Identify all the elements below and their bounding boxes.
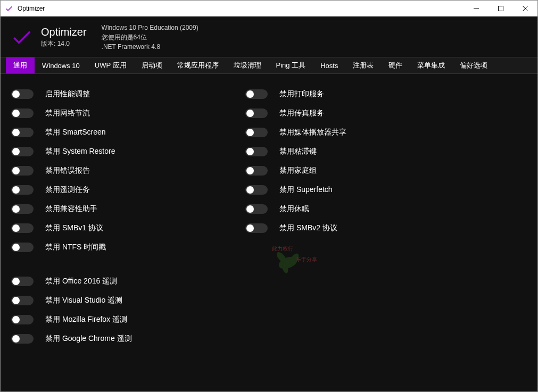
- titlebar: Optimizer: [1, 1, 537, 16]
- toggle-knob: [12, 205, 20, 213]
- toggle-knob: [246, 148, 254, 155]
- toggle-row-media-sharing: 禁用媒体播放器共享: [245, 123, 479, 142]
- toggle-row-homegroup: 禁用家庭组: [245, 161, 479, 180]
- app-header: Optimizer 版本: 14.0 Windows 10 Pro Educat…: [1, 16, 537, 57]
- toggle-label-smbv2: 禁用 SMBv2 协议: [279, 223, 337, 233]
- toggle-row-smbv1: 禁用 SMBv1 协议: [11, 219, 245, 238]
- toggle-system-restore[interactable]: [11, 147, 34, 156]
- toggle-print-service[interactable]: [245, 89, 268, 99]
- toggle-knob: [246, 167, 254, 174]
- tab-registry[interactable]: 注册表: [345, 57, 381, 73]
- toggle-firefox-telemetry[interactable]: [11, 315, 34, 324]
- toggle-label-network-throttle: 禁用网络节流: [45, 109, 90, 118]
- toggle-error-report[interactable]: [11, 166, 34, 176]
- maximize-button[interactable]: [489, 1, 513, 16]
- toggle-row-chrome-telemetry: 禁用 Google Chrome 遥测: [11, 329, 245, 348]
- toggle-knob: [12, 244, 20, 251]
- toggle-row-office-telemetry: 禁用 Office 2016 遥测: [11, 272, 245, 291]
- system-info: Windows 10 Pro Education (2009) 您使用的是64位…: [102, 23, 198, 52]
- toggle-label-vs-telemetry: 禁用 Visual Studio 遥测: [45, 296, 122, 305]
- app-window: Optimizer Optimizer 版本: 14.0 Windows 10 …: [0, 0, 538, 392]
- toggle-network-throttle[interactable]: [11, 109, 34, 118]
- toggle-label-office-telemetry: 禁用 Office 2016 遥测: [45, 277, 117, 286]
- toggle-label-sticky-keys: 禁用粘滞键: [279, 147, 317, 156]
- toggle-homegroup[interactable]: [245, 166, 268, 176]
- toggle-row-fax-service: 禁用传真服务: [245, 104, 479, 123]
- toggle-compat-assist[interactable]: [11, 204, 34, 214]
- toggle-perf-tweaks[interactable]: [11, 89, 34, 99]
- toggle-knob: [12, 167, 20, 174]
- titlebar-title: Optimizer: [18, 5, 464, 12]
- toggle-media-sharing[interactable]: [245, 128, 268, 137]
- header-title-block: Optimizer 版本: 14.0: [41, 26, 87, 48]
- toggle-knob: [12, 110, 20, 117]
- tab-uwp[interactable]: UWP 应用: [87, 57, 134, 73]
- toggle-row-hibernate: 禁用休眠: [245, 199, 479, 219]
- content-area: 启用性能调整禁用网络节流禁用 SmartScreen禁用 System Rest…: [1, 74, 537, 391]
- toggle-row-sticky-keys: 禁用粘滞键: [245, 142, 479, 161]
- toggle-row-superfetch: 禁用 Superfetch: [245, 180, 479, 199]
- tab-hardware[interactable]: 硬件: [381, 57, 410, 73]
- toggle-ntfs-timestamp[interactable]: [11, 243, 34, 252]
- toggle-row-smbv2: 禁用 SMBv2 协议: [245, 219, 479, 238]
- toggle-label-firefox-telemetry: 禁用 Mozilla Firefox 遥测: [45, 315, 127, 324]
- toggle-office-telemetry[interactable]: [11, 277, 34, 286]
- tab-hosts[interactable]: Hosts: [313, 57, 345, 73]
- tab-general[interactable]: 通用: [6, 57, 35, 73]
- toggle-knob: [246, 110, 254, 117]
- toggle-smartscreen[interactable]: [11, 128, 34, 137]
- tab-prefs[interactable]: 偏好选项: [452, 57, 495, 73]
- toggle-superfetch[interactable]: [245, 185, 268, 195]
- toggle-row-network-throttle: 禁用网络节流: [11, 104, 245, 123]
- window-controls: [464, 1, 537, 16]
- toggle-sticky-keys[interactable]: [245, 147, 268, 156]
- toggle-label-superfetch: 禁用 Superfetch: [279, 185, 333, 195]
- toggle-row-perf-tweaks: 启用性能调整: [11, 85, 245, 104]
- close-button[interactable]: [513, 1, 537, 16]
- toggle-label-homegroup: 禁用家庭组: [279, 166, 317, 176]
- tab-startup[interactable]: 启动项: [134, 57, 170, 73]
- toggle-label-error-report: 禁用错误报告: [45, 166, 90, 176]
- toggle-telemetry-tasks[interactable]: [11, 185, 34, 195]
- os-info: Windows 10 Pro Education (2009): [102, 23, 198, 32]
- toggle-row-compat-assist: 禁用兼容性助手: [11, 199, 245, 219]
- toggle-fax-service[interactable]: [245, 109, 268, 118]
- dotnet-info: .NET Framework 4.8: [102, 42, 198, 52]
- tab-cleanup[interactable]: 垃圾清理: [226, 57, 269, 73]
- svg-rect-0: [499, 6, 503, 11]
- spacer: [11, 257, 245, 272]
- toggle-knob: [12, 335, 20, 343]
- toggle-label-system-restore: 禁用 System Restore: [45, 147, 115, 156]
- toggle-column-right: 禁用打印服务禁用传真服务禁用媒体播放器共享禁用粘滞键禁用家庭组禁用 Superf…: [245, 85, 479, 381]
- toggle-knob: [12, 297, 20, 304]
- minimize-button[interactable]: [464, 1, 489, 16]
- toggle-label-fax-service: 禁用传真服务: [279, 109, 324, 118]
- toggle-vs-telemetry[interactable]: [11, 296, 34, 305]
- toggle-knob: [246, 129, 254, 136]
- toggle-knob: [246, 186, 254, 194]
- toggle-row-smartscreen: 禁用 SmartScreen: [11, 123, 245, 142]
- toggle-smbv1[interactable]: [11, 223, 34, 233]
- toggle-label-smartscreen: 禁用 SmartScreen: [45, 128, 106, 137]
- toggle-hibernate[interactable]: [245, 204, 268, 214]
- toggle-label-media-sharing: 禁用媒体播放器共享: [279, 128, 346, 137]
- tab-common[interactable]: 常规应用程序: [170, 57, 226, 73]
- tab-menuint[interactable]: 菜单集成: [410, 57, 452, 73]
- toggle-label-compat-assist: 禁用兼容性助手: [45, 204, 97, 214]
- toggle-label-hibernate: 禁用休眠: [279, 204, 309, 214]
- toggle-knob: [12, 90, 20, 98]
- tab-ping[interactable]: Ping 工具: [269, 57, 313, 73]
- toggle-knob: [12, 129, 20, 136]
- toggle-knob: [12, 278, 20, 285]
- toggle-smbv2[interactable]: [245, 223, 268, 233]
- toggle-knob: [12, 224, 20, 232]
- toggle-chrome-telemetry[interactable]: [11, 334, 34, 344]
- arch-info: 您使用的是64位: [102, 32, 198, 42]
- toggle-row-firefox-telemetry: 禁用 Mozilla Firefox 遥测: [11, 310, 245, 329]
- app-title: Optimizer: [41, 26, 87, 38]
- tab-win10[interactable]: Windows 10: [35, 57, 87, 73]
- toggle-label-perf-tweaks: 启用性能调整: [45, 89, 90, 99]
- header-logo-icon: [10, 26, 34, 49]
- toggle-row-print-service: 禁用打印服务: [245, 85, 479, 104]
- toggle-label-print-service: 禁用打印服务: [279, 89, 324, 99]
